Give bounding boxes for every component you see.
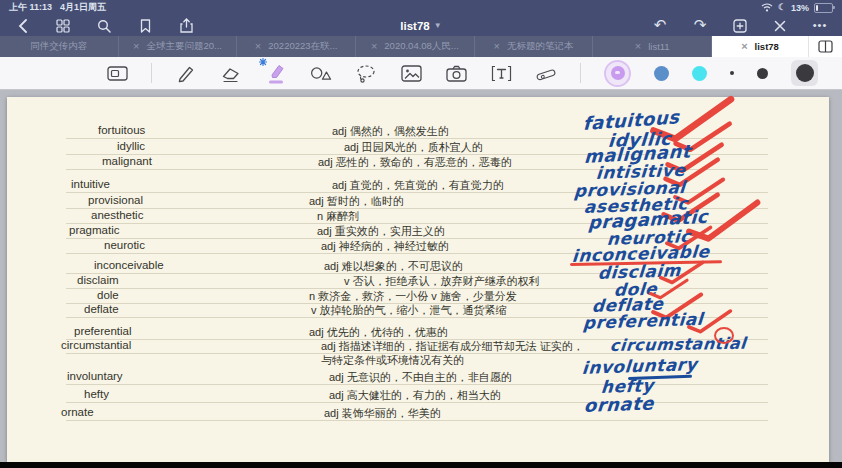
home-indicator[interactable] — [0, 462, 842, 468]
vocab-word: fortuitous — [98, 124, 145, 136]
close-icon[interactable] — [772, 18, 788, 34]
tab-close-icon[interactable]: × — [494, 41, 500, 52]
vocab-definition: adj 恶性的，致命的，有恶意的，恶毒的 — [318, 155, 512, 170]
tab-3[interactable]: ×20220223在联... — [237, 36, 356, 57]
vocab-word: malignant — [102, 155, 152, 167]
tab-label: 无标题的笔记本 — [507, 40, 574, 53]
chevron-down-icon: ▼ — [434, 21, 442, 30]
tab-close-icon[interactable]: × — [371, 41, 377, 52]
navigation-bar: list78 ▼ ↶ ↷ ••• — [0, 15, 842, 36]
status-time: 上午 11:13 — [9, 1, 52, 14]
tab-close-icon[interactable]: × — [741, 41, 747, 52]
vocab-definition: n 救济金，救济，一小份 v 施舍，少量分发 — [309, 289, 517, 304]
tab-bar: 同伴交传内容×全球主要问题20...×20220223在联...×2020.04… — [0, 36, 842, 57]
color-swatch-purple[interactable] — [604, 60, 631, 87]
stroke-size-medium[interactable] — [757, 68, 768, 79]
lasso-tool-icon[interactable] — [355, 61, 377, 85]
tab-label: 同伴交传内容 — [30, 40, 87, 53]
vocab-definition: n 麻醉剂 — [317, 209, 359, 224]
camera-tool-icon[interactable] — [445, 61, 467, 85]
vocab-definition: v 放掉轮胎的气，缩小，泄气，通货紧缩 — [311, 303, 507, 318]
tab-close-icon[interactable]: × — [635, 41, 641, 52]
vocab-definition: adj 暂时的，临时的 — [309, 194, 404, 209]
vocab-definition: adj 高大健壮的，有力的，相当大的 — [329, 388, 501, 403]
more-options-icon[interactable]: ••• — [812, 18, 828, 34]
battery-icon — [814, 3, 833, 13]
highlighter-tool-icon[interactable] — [265, 61, 287, 85]
tab-label: 2020.04.08人民... — [384, 40, 458, 53]
vocab-definition: adj 装饰华丽的，华美的 — [324, 406, 441, 421]
page-navigator-icon[interactable] — [106, 61, 128, 85]
tab-label: 全球主要问题20... — [146, 40, 222, 53]
text-tool-icon[interactable] — [490, 61, 512, 85]
stroke-size-small[interactable] — [730, 71, 734, 75]
undo-icon[interactable]: ↶ — [652, 18, 668, 34]
vocab-definition: adj 神经病的，神经过敏的 — [321, 239, 449, 254]
vocab-word: idyllic — [117, 140, 145, 152]
vocab-word: hefty — [84, 388, 109, 400]
redo-icon[interactable]: ↷ — [692, 18, 708, 34]
pressure-star-icon — [259, 58, 267, 66]
split-view-icon[interactable] — [808, 36, 842, 57]
vocab-word: preferential — [74, 325, 132, 337]
vocab-word: ornate — [61, 406, 94, 418]
vocab-word: circumstantial — [61, 339, 131, 351]
laser-pointer-tool-icon[interactable] — [535, 61, 557, 85]
vocab-word: intuitive — [71, 178, 110, 190]
tab-6[interactable]: ×list11 — [593, 36, 712, 57]
eraser-tool-icon[interactable] — [220, 61, 242, 85]
vocab-word: deflate — [84, 303, 119, 315]
status-bar: 上午 11:13 4月1日周五 ☾ 13% — [0, 0, 842, 15]
image-tool-icon[interactable] — [400, 61, 422, 85]
tool-bar — [0, 57, 842, 90]
vocab-definition: adj 偶然的，偶然发生的 — [332, 124, 449, 139]
tab-2[interactable]: ×全球主要问题20... — [119, 36, 238, 57]
tab-close-icon[interactable]: × — [133, 41, 139, 52]
tab-label: list78 — [755, 41, 779, 52]
search-icon[interactable] — [96, 18, 112, 34]
tab-label: 20220223在联... — [268, 40, 337, 53]
tab-1[interactable]: 同伴交传内容 — [0, 36, 119, 57]
vocab-definition: adj 无意识的，不由自主的，非自愿的 — [329, 370, 512, 385]
shapes-tool-icon[interactable] — [310, 61, 332, 85]
tab-5[interactable]: ×无标题的笔记本 — [475, 36, 594, 57]
wifi-icon — [761, 3, 773, 12]
vocab-definition: adj 优先的，优待的，优惠的 — [309, 325, 448, 340]
vocab-word: neurotic — [104, 239, 145, 251]
tab-label: list11 — [648, 41, 669, 52]
back-icon[interactable] — [14, 18, 30, 34]
do-not-disturb-moon-icon: ☾ — [778, 3, 786, 12]
battery-percent: 13% — [791, 3, 809, 13]
status-date: 4月1日周五 — [60, 1, 106, 14]
document-title-dropdown[interactable]: list78 ▼ — [400, 15, 441, 36]
add-page-icon[interactable] — [732, 18, 748, 34]
vocab-word: involuntary — [67, 370, 123, 382]
vocab-word: disclaim — [77, 274, 119, 286]
vocab-word: dole — [97, 289, 119, 301]
color-swatch-blue[interactable] — [654, 66, 669, 81]
toolbar-divider — [151, 63, 152, 83]
vocab-definition: adj 难以想象的，不可思议的 — [324, 259, 463, 274]
pen-tool-icon[interactable] — [175, 61, 197, 85]
document-title: list78 — [400, 20, 429, 32]
toolbar-divider — [580, 63, 581, 83]
vocab-word: inconceivable — [94, 259, 164, 271]
vocab-definition: adj 指描述详细的，指证据有成分细节却无法 证实的，与特定条件或环境情况有关的 — [321, 340, 593, 367]
stroke-size-large[interactable] — [791, 60, 818, 86]
goodnotes-app-window: 上午 11:13 4月1日周五 ☾ 13% — [0, 0, 842, 468]
vocab-word: provisional — [88, 194, 143, 206]
tab-4[interactable]: ×2020.04.08人民... — [356, 36, 475, 57]
vocab-word: anesthetic — [91, 209, 143, 221]
vocab-definition: adj 田园风光的，质朴宜人的 — [344, 140, 483, 155]
vocab-definition: v 否认，拒绝承认，放弃财产继承的权利 — [344, 274, 540, 289]
vocab-definition: adj 重实效的，实用主义的 — [317, 224, 445, 239]
page-grid-icon[interactable] — [55, 18, 71, 34]
share-icon[interactable] — [178, 18, 194, 34]
tab-7[interactable]: ×list78 — [712, 36, 808, 57]
vocab-definition: adj 直觉的，凭直觉的，有直觉力的 — [332, 178, 504, 193]
red-oval-mark — [714, 327, 734, 344]
color-swatch-cyan[interactable] — [692, 66, 707, 81]
bookmark-icon[interactable] — [137, 18, 153, 34]
handwritten-word: ornate — [583, 393, 654, 417]
tab-close-icon[interactable]: × — [255, 41, 261, 52]
